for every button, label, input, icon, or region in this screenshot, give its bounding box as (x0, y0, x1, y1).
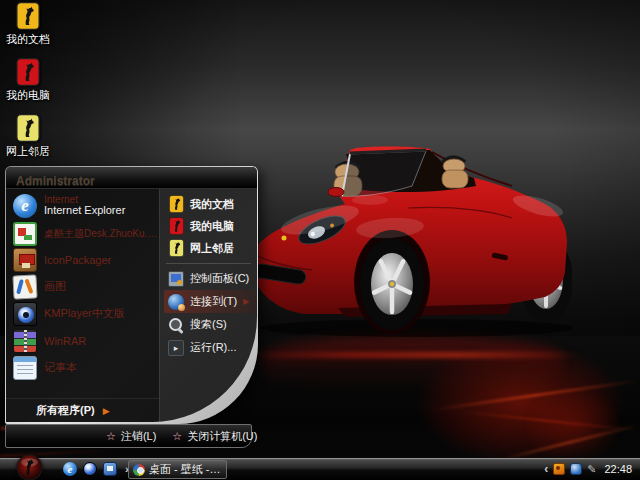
start-menu: Administrator e Internet Internet Explor… (5, 166, 258, 424)
menu-item-winrar[interactable]: WinRAR (6, 327, 159, 354)
all-programs-button[interactable]: 所有程序(P) ▶ (6, 398, 159, 422)
menu-item-label: 画图 (44, 279, 66, 294)
run-icon: ▸ (168, 340, 184, 356)
shut-down-button[interactable]: ☆ 关闭计算机(U) (172, 429, 257, 444)
all-programs-arrow-icon: ▶ (103, 406, 110, 416)
shut-down-label: 关闭计算机(U) (187, 429, 257, 444)
menu-item-label: 网上邻居 (190, 241, 234, 256)
menu-item-label: 桌酷主题Desk.ZhuoKu.Com (44, 227, 159, 241)
menu-item-my-documents[interactable]: 我的文档 (164, 193, 257, 215)
ferrari-shield-icon (168, 218, 184, 234)
ferrari-shield-icon (16, 114, 40, 142)
submenu-arrow-icon: ▶ (243, 297, 249, 306)
quick-launch-internet-explorer-icon[interactable]: e (63, 462, 77, 476)
floor-red-streak (248, 352, 583, 358)
quick-launch-show-desktop-icon[interactable] (103, 462, 117, 476)
ferrari-shield-icon (16, 58, 40, 86)
menu-item-label: 运行(R)... (190, 340, 236, 355)
start-menu-footer: ☆ 注销(L) ☆ 关闭计算机(U) (5, 424, 252, 448)
desktop-icon-label: 我的电脑 (2, 88, 54, 103)
ferrari-shield-icon (168, 240, 184, 256)
browser-window-icon (133, 464, 145, 476)
log-off-star-icon: ☆ (106, 430, 116, 443)
quick-launch-bar: e » (63, 458, 131, 480)
search-icon (168, 317, 184, 333)
start-menu-body: Administrator e Internet Internet Explor… (6, 167, 257, 422)
desktop-icon-my-documents[interactable]: 我的文档 (2, 2, 54, 47)
menu-item-label: KMPlayer中文版 (44, 306, 125, 321)
start-button[interactable] (16, 454, 43, 480)
zhuoku-theme-icon (13, 222, 37, 246)
taskbar-window-button[interactable]: 桌面 - 壁纸 - 桌酷壁... (128, 460, 227, 479)
paint-icon (12, 274, 37, 299)
quick-launch-media-player-icon[interactable] (83, 462, 97, 476)
ferrari-shield-icon (168, 196, 184, 212)
ferrari-shield-icon (16, 2, 40, 30)
all-programs-label: 所有程序(P) (36, 403, 95, 418)
desktop-icon-my-computer[interactable]: 我的电脑 (2, 58, 54, 103)
log-off-label: 注销(L) (121, 429, 156, 444)
menu-item-label: 连接到(T) (190, 294, 237, 309)
tray-input-pen-icon[interactable]: ✎ (587, 463, 596, 476)
menu-item-search[interactable]: 搜索(S) (164, 313, 257, 336)
start-menu-header: Administrator (6, 167, 257, 189)
menu-item-label: 我的文档 (190, 197, 234, 212)
menu-item-label: WinRAR (44, 335, 86, 347)
menu-item-label: Internet Explorer (44, 205, 125, 217)
menu-item-zhuoku-theme[interactable]: 桌酷主题Desk.ZhuoKu.Com (6, 221, 159, 247)
menu-item-control-panel[interactable]: 控制面板(C) (164, 267, 257, 290)
menu-item-label: 我的电脑 (190, 219, 234, 234)
system-tray: ‹ ✎ 22:48 (544, 458, 636, 480)
desktop-screen: 我的文档 我的电脑 网上邻居 Administrator (0, 0, 640, 480)
start-menu-left-column: e Internet Internet Explorer 桌酷主题Desk.Zh… (6, 189, 159, 422)
taskbar: e » 桌面 - 壁纸 - 桌酷壁... ‹ ✎ 22:48 (0, 458, 640, 480)
kmplayer-icon (13, 302, 37, 326)
menu-item-label: IconPackager (44, 254, 111, 266)
log-off-button[interactable]: ☆ 注销(L) (106, 429, 156, 444)
menu-item-network-places[interactable]: 网上邻居 (164, 237, 257, 259)
shut-down-star-icon: ☆ (172, 430, 182, 443)
menu-item-kmplayer[interactable]: KMPlayer中文版 (6, 300, 159, 327)
menu-item-run[interactable]: ▸ 运行(R)... (164, 336, 257, 359)
menu-item-my-computer[interactable]: 我的电脑 (164, 215, 257, 237)
control-panel-icon (168, 271, 184, 287)
menu-separator (166, 263, 251, 264)
tray-collapse-chevron-icon[interactable]: ‹ (544, 462, 548, 476)
ferrari-car-wallpaper (250, 142, 572, 342)
menu-item-label: 控制面板(C) (190, 271, 249, 286)
notepad-icon (13, 356, 37, 380)
taskbar-clock: 22:48 (604, 463, 632, 475)
tray-app-icon-orange[interactable] (553, 463, 565, 475)
connect-to-icon (168, 294, 184, 310)
menu-item-connect-to[interactable]: 连接到(T) ▶ (164, 290, 257, 313)
menu-item-internet-explorer[interactable]: e Internet Internet Explorer (6, 191, 159, 221)
menu-item-notepad[interactable]: 记事本 (6, 354, 159, 381)
menu-item-paint[interactable]: 画图 (6, 273, 159, 300)
taskbar-window-title: 桌面 - 壁纸 - 桌酷壁... (149, 462, 222, 477)
user-name: Administrator (16, 174, 95, 188)
menu-item-iconpackager[interactable]: IconPackager (6, 247, 159, 273)
menu-item-label: 搜索(S) (190, 317, 227, 332)
desktop-icon-label: 网上邻居 (2, 144, 54, 159)
internet-explorer-icon: e (13, 194, 37, 218)
winrar-icon (13, 329, 37, 353)
desktop-icon-list: 我的文档 我的电脑 网上邻居 (2, 2, 54, 170)
desktop-icon-network-places[interactable]: 网上邻居 (2, 114, 54, 159)
tray-app-icon-blue[interactable] (570, 463, 582, 475)
desktop-icon-label: 我的文档 (2, 32, 54, 47)
iconpackager-icon (13, 248, 37, 272)
menu-item-label: 记事本 (44, 360, 77, 375)
start-menu-right-column: 我的文档 我的电脑 网上邻居 (159, 189, 257, 422)
